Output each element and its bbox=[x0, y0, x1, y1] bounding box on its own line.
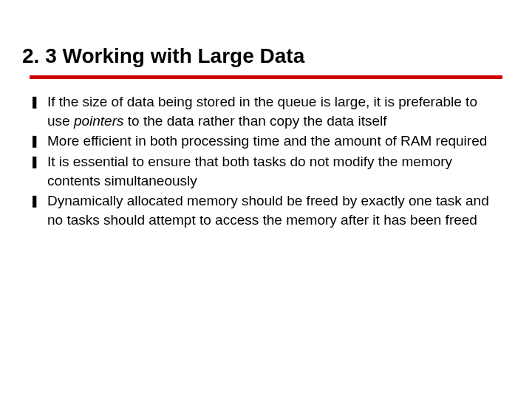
list-item: ❚ If the size of data being stored in th… bbox=[30, 92, 502, 130]
list-item: ❚ More efficient in both processing time… bbox=[30, 132, 502, 151]
text-run-emphasis: pointers bbox=[74, 113, 124, 129]
list-item-text: It is essential to ensure that both task… bbox=[47, 152, 502, 190]
list-item: ❚ It is essential to ensure that both ta… bbox=[30, 152, 502, 190]
list-item-text: Dynamically allocated memory should be f… bbox=[47, 191, 502, 229]
bullet-icon: ❚ bbox=[30, 152, 47, 171]
slide: 2. 3 Working with Large Data ❚ If the si… bbox=[0, 0, 532, 399]
text-run: Dynamically allocated memory should be f… bbox=[47, 193, 489, 228]
bullet-icon: ❚ bbox=[30, 191, 47, 211]
bullet-icon: ❚ bbox=[30, 132, 47, 151]
bullet-icon: ❚ bbox=[30, 92, 47, 112]
text-run: to the data rather than copy the data it… bbox=[124, 113, 387, 129]
list-item: ❚ Dynamically allocated memory should be… bbox=[30, 191, 502, 229]
title-underline bbox=[30, 75, 502, 79]
list-item-text: If the size of data being stored in the … bbox=[47, 92, 502, 130]
list-item-text: More efficient in both processing time a… bbox=[47, 132, 502, 151]
text-run: More efficient in both processing time a… bbox=[47, 133, 487, 149]
bullet-list: ❚ If the size of data being stored in th… bbox=[30, 92, 502, 229]
slide-title: 2. 3 Working with Large Data bbox=[22, 44, 502, 68]
text-run: It is essential to ensure that both task… bbox=[47, 154, 452, 188]
